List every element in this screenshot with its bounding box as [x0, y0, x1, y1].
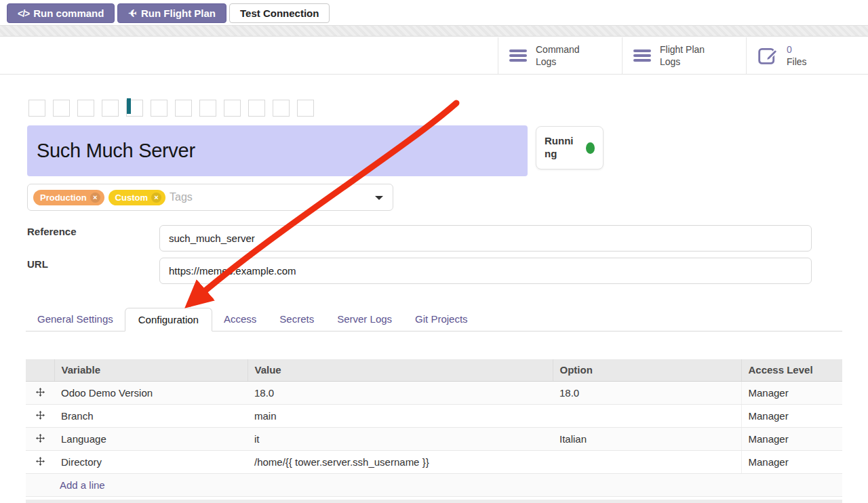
command-logs-label: Command Logs	[536, 43, 594, 68]
column-option: Option	[553, 359, 741, 381]
url-label: URL	[27, 258, 48, 270]
remove-tag-icon[interactable]: ×	[90, 193, 100, 203]
stat-button-area: Command Logs Flight Plan Logs 0 Files	[498, 37, 868, 74]
reference-label: Reference	[27, 226, 77, 237]
column-access-level: Access Level	[741, 359, 842, 381]
remove-tag-icon[interactable]: ×	[151, 193, 161, 203]
cell-option: Italian	[553, 427, 741, 450]
files-count: 0	[787, 43, 807, 56]
tag-production: Production ×	[33, 190, 104, 205]
record-title-field[interactable]: Such Much Server	[27, 125, 528, 176]
tab-general-settings[interactable]: General Settings	[26, 308, 125, 331]
toolbar: </> Run command ✈ Run Flight Plan Test C…	[7, 3, 330, 23]
chevron-down-icon[interactable]	[375, 196, 383, 200]
form-header: Command Logs Flight Plan Logs 0 Files	[0, 37, 868, 75]
command-logs-stat-button[interactable]: Command Logs	[498, 37, 622, 74]
drag-handle-icon[interactable]	[26, 381, 54, 404]
sheet-bottom-edge	[26, 500, 842, 503]
cell-access: Manager	[741, 404, 842, 427]
flight-plan-logs-label: Flight Plan Logs	[660, 43, 718, 68]
swatch-dark-purple[interactable]	[151, 100, 167, 117]
cell-option	[553, 450, 741, 473]
swatch-purple[interactable]	[297, 100, 314, 117]
status-strip	[0, 25, 868, 37]
cell-access: Manager	[741, 427, 842, 450]
flight-plan-logs-stat-button[interactable]: Flight Plan Logs	[622, 37, 746, 74]
cell-variable: Odoo Demo Version	[54, 381, 248, 404]
cell-access: Manager	[741, 450, 842, 473]
cell-value: it	[248, 427, 553, 450]
run-command-label: Run command	[33, 7, 104, 19]
code-icon: </>	[18, 8, 29, 19]
status-label: Running	[545, 135, 577, 161]
table-row[interactable]: Directory /home/{{ tower.server.ssh_user…	[26, 450, 842, 473]
add-line-row: Add a line	[26, 473, 842, 496]
tab-git-projects[interactable]: Git Projects	[403, 308, 479, 331]
cell-variable: Directory	[54, 450, 248, 473]
table-header-row: Variable Value Option Access Level	[26, 359, 842, 381]
cell-value: /home/{{ tower.server.ssh_username }}	[248, 450, 553, 473]
handle-column-header	[26, 359, 54, 381]
column-value: Value	[248, 359, 553, 381]
swatch-light-blue-selected[interactable]	[126, 100, 143, 117]
tags-field[interactable]: Production × Custom × Tags	[27, 184, 393, 211]
swatch-yellow[interactable]	[102, 100, 119, 117]
color-picker	[28, 100, 314, 117]
notebook-tabs: General Settings Configuration Access Se…	[26, 308, 842, 331]
swatch-navy[interactable]	[224, 100, 241, 117]
reference-input[interactable]	[159, 225, 812, 252]
cell-option	[553, 404, 741, 427]
cell-variable: Language	[54, 427, 248, 450]
swatch-green[interactable]	[273, 100, 290, 117]
table-row[interactable]: Branch main Manager	[26, 404, 842, 427]
drag-handle-icon[interactable]	[26, 427, 54, 450]
page-title: Such Much Server	[37, 140, 195, 162]
tab-secrets[interactable]: Secrets	[268, 308, 326, 331]
cell-option: 18.0	[553, 381, 741, 404]
status-badge[interactable]: Running	[536, 126, 604, 169]
cell-value: 18.0	[248, 381, 553, 404]
tab-access[interactable]: Access	[212, 308, 268, 331]
test-connection-button[interactable]: Test Connection	[229, 3, 330, 23]
list-icon	[633, 49, 651, 62]
run-flight-plan-label: Run Flight Plan	[141, 7, 216, 19]
drag-handle-icon[interactable]	[26, 404, 54, 427]
table-row[interactable]: Language it Italian Manager	[26, 427, 842, 450]
swatch-magenta[interactable]	[248, 100, 265, 117]
plane-icon: ✈	[128, 7, 137, 20]
edit-icon	[757, 45, 778, 67]
drag-handle-icon[interactable]	[26, 450, 54, 473]
run-command-button[interactable]: </> Run command	[7, 3, 115, 23]
table-row[interactable]: Odoo Demo Version 18.0 18.0 Manager	[26, 381, 842, 404]
tag-custom-label: Custom	[115, 193, 148, 203]
files-stat-button[interactable]: 0 Files	[746, 37, 868, 74]
tab-configuration[interactable]: Configuration	[125, 308, 212, 331]
tag-custom: Custom ×	[108, 190, 165, 205]
swatch-orange[interactable]	[77, 100, 94, 117]
column-variable: Variable	[54, 359, 248, 381]
swatch-no-color[interactable]	[28, 100, 45, 117]
swatch-teal[interactable]	[199, 100, 216, 117]
tags-placeholder: Tags	[170, 191, 193, 203]
list-icon	[509, 49, 527, 62]
tag-production-label: Production	[40, 193, 87, 203]
add-a-line-link[interactable]: Add a line	[33, 479, 105, 491]
test-connection-label: Test Connection	[240, 7, 319, 19]
cell-variable: Branch	[54, 404, 248, 427]
swatch-red[interactable]	[53, 100, 70, 117]
cell-access: Manager	[741, 381, 842, 404]
tab-server-logs[interactable]: Server Logs	[326, 308, 403, 331]
variables-table: Variable Value Option Access Level Odoo …	[26, 359, 842, 497]
url-input[interactable]	[159, 258, 812, 284]
status-dot-icon	[586, 142, 595, 154]
run-flight-plan-button[interactable]: ✈ Run Flight Plan	[117, 3, 226, 23]
files-label: Files	[787, 56, 807, 67]
swatch-salmon[interactable]	[175, 100, 192, 117]
cell-value: main	[248, 404, 553, 427]
